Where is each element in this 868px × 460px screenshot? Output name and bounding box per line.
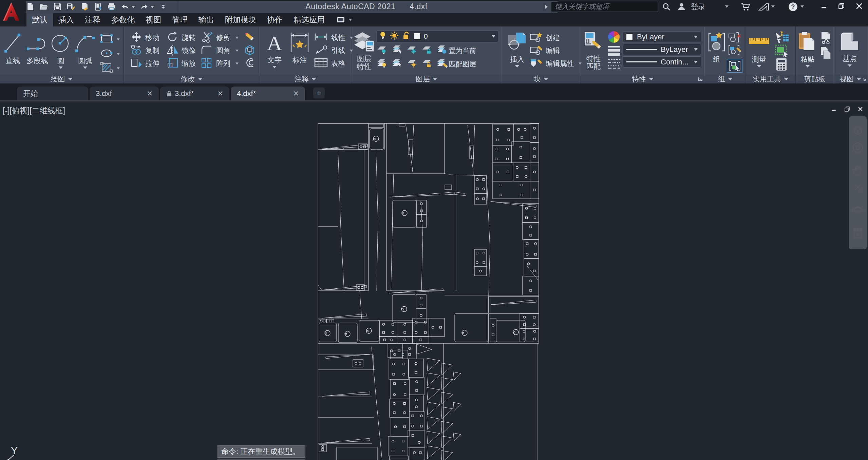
user-icon[interactable] [677,0,686,13]
erase-button[interactable] [243,31,257,44]
new-file-icon[interactable] [26,2,35,11]
group-edit-icon[interactable] [728,44,742,57]
ribbon-tab-parametric[interactable]: 参数化 [106,13,140,26]
calculator-icon[interactable] [775,58,788,73]
panel-label-clipboard[interactable]: 剪贴板 [796,75,834,83]
file-tab-start[interactable]: 开始 [17,86,89,100]
leader-button[interactable]: 引线 [314,44,353,57]
help-icon[interactable]: ? [788,0,798,13]
select-similar-icon[interactable] [774,44,789,58]
text-dropdown-icon[interactable] [272,66,277,68]
orbit-icon[interactable] [852,204,864,217]
viewport-controls[interactable]: [-][俯视][二维线框] [3,106,65,116]
plot-icon[interactable] [80,2,89,11]
color-wheel-icon[interactable] [607,31,620,45]
redo-caret-icon[interactable] [151,4,154,10]
panel-label-group[interactable]: 组 [705,75,746,83]
qat-overflow-icon[interactable] [159,2,168,11]
save-icon[interactable] [53,2,62,11]
undo-icon[interactable] [121,2,130,11]
block-edit-button[interactable]: 编辑 [529,44,560,57]
cart-icon[interactable] [740,0,751,13]
restore-icon[interactable] [838,2,845,11]
group-button[interactable]: 组 [707,31,726,63]
navigation-bar[interactable] [849,116,867,249]
search-expand-icon[interactable] [544,0,548,13]
measure-dropdown-icon[interactable] [757,65,761,68]
tab-close-icon[interactable]: ✕ [217,90,223,98]
panel-label-properties[interactable]: 特性 [580,75,705,83]
group-select-toggle[interactable] [727,59,742,73]
panel-label-layers[interactable]: 图层 [351,75,502,83]
layer-match-tool-icon[interactable] [437,58,448,70]
workspace-button[interactable] [336,13,352,26]
layer-unlock-tool-icon[interactable] [422,58,433,70]
publish-icon[interactable] [94,2,102,11]
dropdown-caret-icon[interactable] [649,78,654,80]
command-line[interactable]: 命令: 正在重生成模型。 [218,445,305,458]
tab-close-icon[interactable]: ✕ [147,90,153,98]
text-button[interactable]: A 文字 [263,31,286,68]
arc-button[interactable]: 圆弧 [74,31,96,69]
quick-select-icon[interactable] [774,31,790,45]
dropdown-caret-icon[interactable] [312,78,316,80]
dropdown-caret-icon[interactable] [198,78,203,80]
showmotion-icon[interactable] [852,226,864,240]
lineweight-icon[interactable] [607,45,621,57]
layer-combo[interactable]: 0 [377,31,498,42]
ungroup-icon[interactable] [728,32,742,45]
ribbon-tab-default[interactable]: 默认 [26,13,53,26]
trim-button[interactable]: 修剪 [201,31,239,44]
autodesk-caret-icon[interactable] [771,0,775,13]
ribbon-tab-view[interactable]: 视图 [140,13,167,26]
navwheel-icon[interactable] [852,141,864,155]
help-caret-icon[interactable] [800,0,804,13]
ribbon-tab-add-ins[interactable]: 附加模块 [220,13,262,26]
signin-caret-icon[interactable] [725,0,729,13]
ribbon-tab-output[interactable]: 输出 [193,13,220,26]
drawing-area[interactable]: [-][俯视][二维线框] 命令: 正在重生成模型。 命令: 正在重生成模型。 … [0,101,868,460]
file-tab-3dxf[interactable]: 3.dxf✕ [89,86,159,100]
scale-button[interactable]: 缩放 [167,57,196,70]
dropdown-caret-icon[interactable] [856,78,861,80]
layer-on-tool-icon[interactable] [377,58,388,70]
dropdown-caret-icon[interactable] [544,78,548,80]
set-current-label[interactable]: 置为当前 [449,46,476,55]
ellipse-button[interactable] [100,47,120,61]
autodesk-icon[interactable] [758,0,770,13]
layer-isolate-tool-icon[interactable] [392,44,403,56]
color-combo[interactable]: ByLayer [623,31,701,42]
layer-properties-button[interactable]: 图层特性 [353,31,375,70]
search-input[interactable]: 键入关键字或短语 [551,2,658,12]
minimize-icon[interactable] [820,2,828,11]
ribbon-tab-manage[interactable]: 管理 [167,13,193,26]
file-tab-3dxf-modified[interactable]: 3.dxf*✕ [160,86,230,100]
redo-icon[interactable] [140,2,149,11]
pan-icon[interactable] [852,165,864,178]
panel-label-annotation[interactable]: 注释 [260,75,351,83]
linetype-icon[interactable] [607,58,621,71]
paste-button[interactable]: 粘贴 [798,31,817,68]
ribbon-tab-insert[interactable]: 插入 [53,13,79,26]
arc-dropdown-icon[interactable] [83,66,87,69]
layer-freeze-tool-icon[interactable] [407,44,418,56]
offset-button[interactable] [243,57,257,70]
paste-dropdown-icon[interactable] [806,65,810,68]
close-icon[interactable] [855,2,863,12]
rotate-button[interactable]: 旋转 [167,31,196,44]
copy-button[interactable]: 复制 [130,44,159,57]
measure-button[interactable]: 测量 [748,31,770,68]
application-menu-button[interactable] [0,0,22,23]
panel-label-utilities[interactable]: 实用工具 [746,75,795,83]
save-as-icon[interactable] [67,2,75,11]
panel-label-modify[interactable]: 修改 [124,75,260,83]
circle-button[interactable]: 圆 [52,31,70,69]
table-button[interactable]: 表格 [314,57,345,70]
insert-button[interactable]: 插入 [507,31,527,68]
dropdown-caret-icon[interactable] [728,78,733,80]
print-icon[interactable] [107,2,116,11]
ribbon-tab-annotate[interactable]: 注释 [79,13,106,26]
signin-label[interactable]: 登录 [691,2,705,12]
stretch-button[interactable]: 拉伸 [130,57,159,70]
base-dropdown-icon[interactable] [848,64,852,67]
